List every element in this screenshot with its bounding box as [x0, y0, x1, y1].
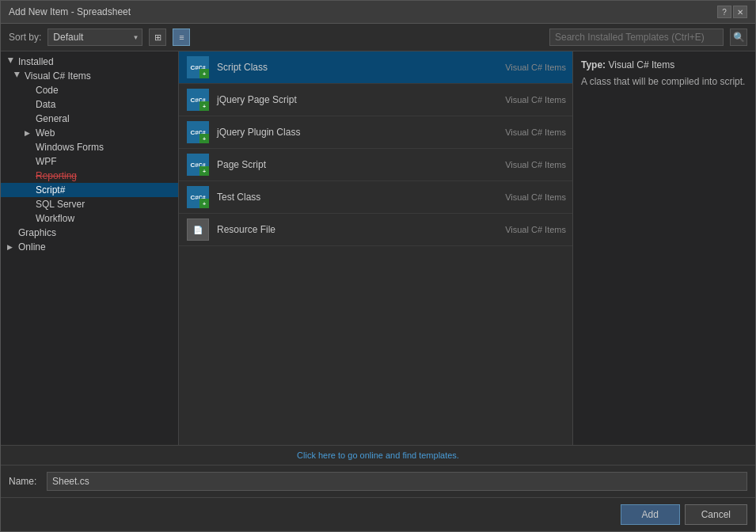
item-icon: C# +	[185, 87, 211, 112]
close-button[interactable]: ✕	[733, 6, 747, 18]
list-item-script-class[interactable]: C# + Script ClassVisual C# Items	[179, 51, 572, 84]
sidebar-item-sql-server[interactable]: SQL Server	[1, 197, 178, 211]
item-list: C# + Script ClassVisual C# Items C# + jQ…	[179, 51, 573, 445]
dialog-title: Add New Item - Spreadsheet	[9, 6, 131, 17]
sidebar-label: Code	[36, 85, 59, 96]
main-content: ▶Installed▶Visual C# Items Code Data Gen…	[1, 51, 755, 445]
cs-badge: +	[199, 134, 209, 143]
item-category: Visual C# Items	[471, 127, 566, 137]
cs-badge: +	[199, 101, 209, 111]
dialog-container: Add New Item - Spreadsheet ? ✕ Sort by: …	[0, 0, 756, 532]
sidebar-label: Web	[36, 127, 55, 139]
arrow-icon: ▶	[25, 129, 32, 137]
search-input[interactable]	[549, 28, 724, 46]
search-button[interactable]: 🔍	[730, 28, 747, 46]
type-description: A class that will be compiled into scrip…	[581, 75, 747, 89]
sidebar-label: Reporting	[36, 170, 77, 181]
title-bar-buttons: ? ✕	[717, 6, 747, 18]
sidebar-label: General	[36, 113, 70, 124]
item-icon: 📄	[185, 217, 211, 242]
help-button[interactable]: ?	[717, 6, 731, 18]
arrow-icon: ▶	[7, 58, 15, 66]
sidebar-label: Graphics	[18, 227, 56, 238]
sort-label: Sort by:	[9, 32, 41, 43]
item-category: Visual C# Items	[471, 95, 566, 104]
name-input[interactable]	[47, 472, 747, 491]
item-name: Script Class	[217, 62, 465, 73]
sidebar-item-online[interactable]: ▶Online	[1, 240, 178, 254]
sidebar-label: Script#	[36, 184, 65, 196]
sort-dropdown[interactable]: Default	[47, 28, 142, 46]
list-item-test-class[interactable]: C# + Test ClassVisual C# Items	[179, 181, 572, 214]
item-icon: C# +	[185, 184, 211, 210]
online-link-row: Click here to go online and find templat…	[1, 446, 755, 466]
name-label: Name:	[9, 476, 40, 487]
online-link[interactable]: Click here to go online and find templat…	[297, 450, 459, 460]
item-name: Test Class	[217, 192, 465, 203]
sidebar-item-general[interactable]: General	[1, 112, 178, 126]
sidebar-label: WPF	[36, 156, 57, 167]
sidebar-item-windows-forms[interactable]: Windows Forms	[1, 140, 178, 154]
name-row: Name:	[1, 466, 755, 498]
item-name: jQuery Page Script	[217, 94, 465, 105]
buttons-row: Add Cancel	[1, 498, 755, 531]
sidebar-item-reporting[interactable]: Reporting	[1, 169, 178, 183]
view-grid-button[interactable]: ⊞	[149, 28, 166, 46]
cancel-button[interactable]: Cancel	[685, 504, 747, 525]
cs-icon: C# +	[187, 186, 209, 208]
list-item-jquery-plugin-class[interactable]: C# + jQuery Plugin ClassVisual C# Items	[179, 116, 572, 149]
sidebar-label: Online	[18, 241, 46, 253]
list-item-page-script[interactable]: C# + Page ScriptVisual C# Items	[179, 149, 572, 181]
cs-badge: +	[199, 166, 209, 176]
sidebar-item-wpf[interactable]: WPF	[1, 154, 178, 169]
sidebar-item-graphics[interactable]: Graphics	[1, 226, 178, 240]
sort-dropdown-wrapper: Default	[47, 28, 142, 46]
item-name: jQuery Plugin Class	[217, 127, 465, 138]
item-category: Visual C# Items	[471, 160, 566, 169]
add-button[interactable]: Add	[621, 504, 680, 525]
sidebar-label: Workflow	[36, 213, 74, 224]
sidebar-item-data[interactable]: Data	[1, 97, 178, 112]
sidebar-label: Windows Forms	[36, 142, 104, 153]
item-icon: C# +	[185, 55, 211, 80]
item-category: Visual C# Items	[471, 192, 566, 202]
item-category: Visual C# Items	[471, 63, 566, 72]
list-item-resource-file[interactable]: 📄 Resource FileVisual C# Items	[179, 214, 572, 246]
sidebar-label: Visual C# Items	[25, 70, 91, 82]
cs-icon: C# +	[187, 154, 209, 176]
sidebar-label: Data	[36, 99, 55, 110]
item-icon: C# +	[185, 120, 211, 145]
view-list-button[interactable]: ≡	[173, 28, 190, 46]
toolbar: Sort by: Default ⊞ ≡ 🔍	[1, 24, 755, 51]
cs-icon: C# +	[187, 89, 209, 111]
right-panel: Type: Visual C# Items A class that will …	[573, 51, 755, 445]
type-value: Visual C# Items	[608, 59, 674, 70]
item-category: Visual C# Items	[471, 225, 566, 234]
arrow-icon: ▶	[13, 72, 21, 80]
list-item-jquery-page-script[interactable]: C# + jQuery Page ScriptVisual C# Items	[179, 84, 572, 116]
resource-icon: 📄	[187, 218, 209, 241]
bottom-area: Click here to go online and find templat…	[1, 445, 755, 531]
cs-icon: C# +	[187, 56, 209, 78]
item-name: Resource File	[217, 224, 465, 235]
sidebar: ▶Installed▶Visual C# Items Code Data Gen…	[1, 51, 179, 445]
sidebar-item-installed[interactable]: ▶Installed	[1, 55, 178, 69]
cs-badge: +	[199, 199, 209, 208]
sidebar-item-workflow[interactable]: Workflow	[1, 211, 178, 226]
title-bar: Add New Item - Spreadsheet ? ✕	[1, 1, 755, 24]
arrow-icon: ▶	[7, 243, 15, 251]
sidebar-item-web[interactable]: ▶Web	[1, 126, 178, 140]
sidebar-item-visual-cs-items[interactable]: ▶Visual C# Items	[1, 69, 178, 83]
type-label: Type: Visual C# Items	[581, 59, 747, 70]
sidebar-label: Installed	[18, 56, 54, 67]
cs-icon: C# +	[187, 121, 209, 143]
sidebar-item-script[interactable]: Script#	[1, 183, 178, 197]
cs-badge: +	[199, 69, 209, 78]
item-name: Page Script	[217, 159, 465, 170]
sidebar-item-code[interactable]: Code	[1, 83, 178, 97]
sidebar-label: SQL Server	[36, 199, 85, 210]
item-icon: C# +	[185, 152, 211, 177]
type-heading: Type:	[581, 59, 606, 70]
